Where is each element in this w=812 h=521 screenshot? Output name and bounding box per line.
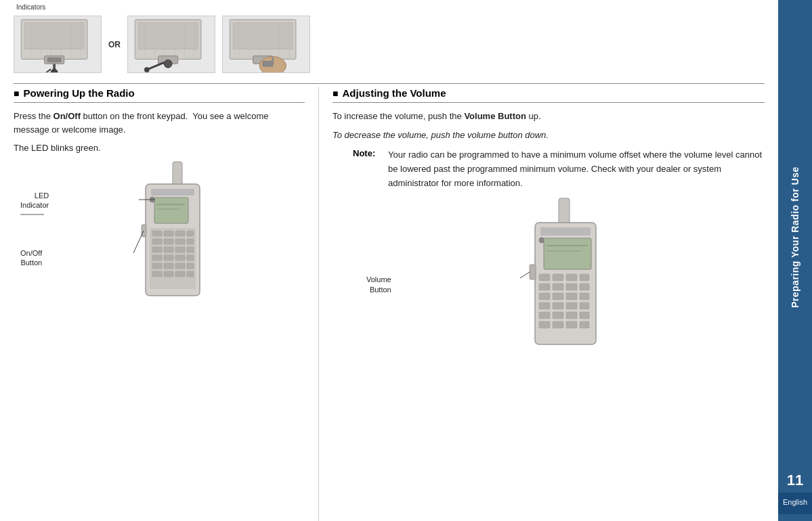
svg-rect-69 [164, 263, 173, 269]
svg-rect-111 [566, 321, 577, 328]
svg-rect-110 [553, 321, 563, 328]
right-radio-illustration: VolumeButton [333, 197, 765, 353]
svg-rect-106 [553, 312, 563, 319]
svg-rect-60 [152, 247, 162, 252]
note-text: Your radio can be programmed to have a m… [388, 148, 765, 190]
onoff-button-label: On/OffButton [20, 248, 42, 268]
svg-rect-104 [580, 302, 589, 309]
left-radio-illustration: LEDIndicator On/OffButton [14, 160, 305, 309]
svg-rect-107 [566, 312, 577, 319]
svg-rect-98 [553, 293, 563, 300]
svg-rect-48 [154, 198, 188, 223]
svg-rect-66 [175, 255, 185, 260]
svg-rect-86 [544, 238, 591, 269]
svg-rect-58 [175, 239, 185, 244]
indicator-image-2 [127, 16, 215, 73]
left-radio-svg [91, 160, 227, 309]
svg-rect-55 [187, 231, 194, 236]
volume-para2: To decrease the volume, push the volume … [333, 129, 765, 142]
svg-rect-108 [580, 312, 589, 319]
svg-rect-105 [539, 312, 550, 319]
svg-rect-61 [164, 247, 173, 252]
right-radio-svg [447, 197, 684, 353]
svg-rect-99 [566, 293, 577, 300]
svg-rect-101 [539, 302, 550, 309]
svg-rect-75 [187, 271, 194, 277]
svg-rect-56 [152, 239, 162, 244]
svg-rect-68 [152, 263, 162, 269]
sidebar-title: Preparing Your Radio for Use [790, 7, 800, 468]
svg-line-78 [133, 231, 144, 253]
svg-rect-112 [580, 321, 589, 328]
svg-rect-92 [580, 274, 589, 281]
section-bullet-2: ■ [333, 88, 338, 99]
svg-rect-73 [164, 271, 173, 277]
volume-button-bold: Volume Button [464, 111, 526, 121]
svg-rect-28 [233, 23, 293, 49]
note-block: Note: Your radio can be programmed to ha… [353, 148, 765, 190]
svg-rect-93 [539, 284, 550, 290]
two-column-layout: ■ Powering Up the Radio Press the On/Off… [0, 87, 778, 521]
svg-rect-70 [175, 263, 185, 269]
powering-up-para1: Press the On/Off button on the front key… [14, 110, 305, 136]
svg-rect-10 [47, 58, 61, 62]
svg-rect-67 [187, 255, 194, 260]
svg-rect-53 [164, 231, 173, 236]
svg-rect-57 [164, 239, 173, 244]
svg-rect-94 [553, 284, 563, 290]
main-content: Indicators [0, 0, 778, 521]
svg-rect-100 [580, 293, 589, 300]
svg-rect-52 [152, 231, 162, 236]
indicator-image-1 [14, 16, 102, 73]
svg-point-24 [164, 60, 172, 68]
svg-rect-81 [540, 227, 591, 235]
svg-rect-72 [152, 271, 162, 277]
section-title: Powering Up the Radio [23, 87, 134, 99]
volume-para1: To increase the volume, push the Volume … [333, 110, 765, 123]
svg-rect-97 [539, 293, 550, 300]
svg-rect-65 [164, 255, 173, 260]
adjusting-volume-header: ■ Adjusting the Volume [333, 87, 765, 103]
note-label: Note: [353, 148, 380, 190]
svg-rect-113 [530, 265, 536, 279]
volume-button-label: VolumeButton [366, 275, 391, 294]
svg-rect-109 [539, 321, 550, 328]
led-label-text: LEDIndicator [20, 191, 49, 209]
section-bullet: ■ [14, 88, 19, 99]
svg-rect-102 [553, 302, 563, 309]
top-images-section: OR [0, 3, 778, 83]
volume-section-title: Adjusting the Volume [342, 87, 446, 99]
svg-rect-89 [539, 274, 550, 281]
powering-up-para2: The LED blinks green. [14, 141, 305, 155]
svg-line-25 [148, 62, 164, 69]
powering-up-header: ■ Powering Up the Radio [14, 87, 305, 103]
svg-rect-15 [138, 23, 198, 49]
svg-line-114 [520, 272, 530, 278]
svg-rect-76 [142, 225, 146, 237]
svg-rect-59 [187, 239, 194, 244]
svg-line-13 [46, 69, 51, 72]
svg-rect-64 [152, 255, 162, 260]
svg-rect-63 [187, 247, 194, 252]
led-indicator-label: LEDIndicator [20, 191, 49, 219]
onoff-bold: On/Off [54, 111, 81, 121]
svg-rect-90 [553, 274, 563, 281]
language-label: English [778, 493, 812, 514]
svg-rect-62 [175, 247, 185, 252]
svg-rect-74 [175, 271, 185, 277]
svg-rect-38 [263, 61, 273, 66]
indicator-image-3 [222, 16, 310, 73]
sidebar: Preparing Your Radio for Use 11 English [778, 0, 812, 521]
indicators-caption: Indicators [16, 3, 45, 11]
onoff-label-text: On/OffButton [20, 249, 42, 267]
right-column: ■ Adjusting the Volume To increase the v… [318, 87, 778, 521]
page-number: 11 [787, 468, 803, 493]
left-column: ■ Powering Up the Radio Press the On/Off… [0, 87, 318, 521]
svg-point-12 [51, 69, 58, 72]
or-label: OR [108, 40, 121, 49]
svg-rect-95 [566, 284, 577, 290]
svg-rect-91 [566, 274, 577, 281]
svg-rect-103 [566, 302, 577, 309]
svg-rect-71 [187, 263, 194, 269]
svg-point-26 [144, 67, 150, 72]
